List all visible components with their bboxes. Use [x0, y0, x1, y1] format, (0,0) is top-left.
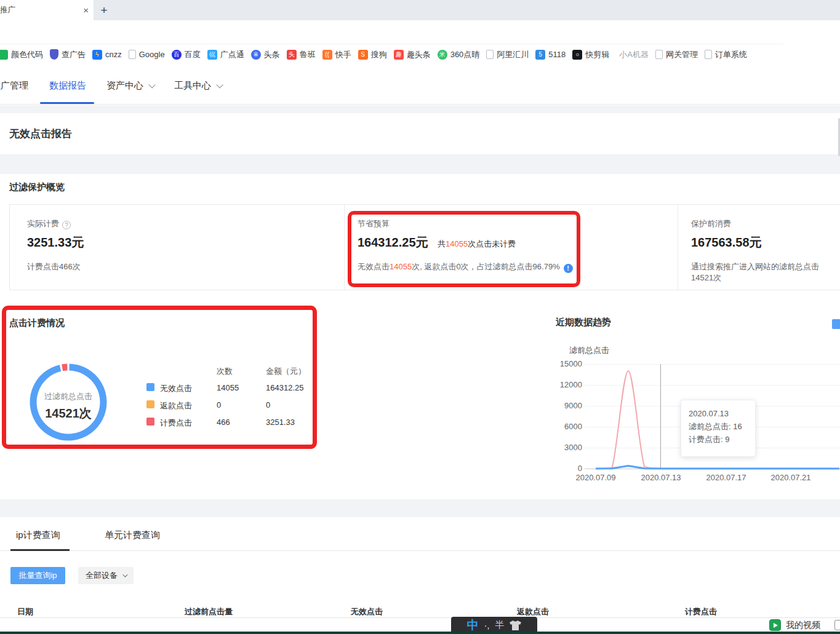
- bookmark-item[interactable]: Google: [129, 50, 165, 59]
- screen: 推广 × + 度 https://fengchao.baidu.com/fc/r…: [0, 0, 840, 634]
- bookmark-favicon-square: [0, 50, 8, 60]
- bookmark-item[interactable]: 百百度: [172, 49, 201, 60]
- query-tab-1[interactable]: 单元计费查询: [105, 529, 160, 541]
- legend-amount: 164312.25: [266, 383, 303, 392]
- legend-count: 0: [217, 400, 221, 410]
- chevron-down-icon: [122, 572, 127, 577]
- bookmark-item[interactable]: 阿里汇川: [486, 49, 529, 60]
- bookmark-label: 快手: [335, 49, 351, 60]
- new-tab-button[interactable]: +: [96, 2, 112, 18]
- bookmark-item[interactable]: 米360点睛: [438, 49, 480, 60]
- bookmark-item[interactable]: ※头条: [251, 49, 280, 60]
- table-header-border: [0, 617, 840, 618]
- legend-swatch-计费点击[interactable]: [146, 418, 154, 426]
- bookmark-favicon-square: ϟ: [92, 50, 102, 60]
- bookmark-item[interactable]: 小A机器: [616, 49, 649, 60]
- bookmark-favicon-page: [655, 50, 663, 59]
- bookmark-label: 头条: [264, 49, 280, 60]
- legend-swatch-无效点击[interactable]: [146, 383, 154, 391]
- page-title: 无效点击报告: [9, 127, 72, 141]
- ime-punctuation[interactable]: ·,: [484, 620, 490, 630]
- browser-tab[interactable]: 推广 ×: [0, 0, 94, 20]
- bookmark-favicon-square: S: [358, 50, 368, 60]
- bookmark-label: 360点睛: [450, 49, 480, 60]
- ime-skin-shirt-icon[interactable]: [510, 620, 521, 630]
- trend-section-title: 近期数据趋势: [556, 317, 611, 328]
- ime-mode-chinese[interactable]: 中: [467, 617, 479, 633]
- bookmark-item[interactable]: 55118: [535, 50, 566, 60]
- overview-section-title: 过滤保护概览: [9, 181, 65, 193]
- legend-label: 计费点击: [160, 418, 192, 429]
- x-tick-label: 2020.07.21: [763, 473, 818, 482]
- taskbar-corner-icon[interactable]: [834, 620, 840, 630]
- bookmark-item[interactable]: 颜色代码: [0, 49, 43, 60]
- title-section: 无效点击报告: [0, 113, 840, 154]
- legend-label: 无效点击: [160, 383, 192, 394]
- tooltip-line: 计费点击: 9: [689, 433, 748, 446]
- site-nav: 推广管理数据报告资产中心工具中心: [0, 65, 840, 105]
- bookmark-item[interactable]: ϟcnzz: [92, 50, 122, 60]
- bookmark-favicon-circle: 米: [438, 50, 447, 60]
- bookmark-item[interactable]: ○快剪辑: [572, 49, 609, 60]
- y-tick-label: 6000: [556, 422, 582, 431]
- bookmark-label: 颜色代码: [11, 49, 43, 60]
- y-tick-label: 9000: [556, 401, 582, 410]
- query-tab-0[interactable]: ip计费查询: [16, 529, 60, 541]
- bookmark-item[interactable]: 订单系统: [705, 49, 747, 60]
- bookmark-label: 广点通: [220, 49, 244, 60]
- bookmark-item[interactable]: 巛广点通: [207, 49, 244, 60]
- x-tick-label: 2020.07.13: [633, 473, 689, 482]
- bookmark-label: Google: [139, 50, 165, 59]
- bookmark-item[interactable]: 趣趣头条: [394, 49, 431, 60]
- tooltip-date: 2020.07.13: [689, 407, 748, 420]
- bookmark-label: 订单系统: [715, 49, 747, 60]
- nav-item-1[interactable]: 数据报告: [49, 80, 86, 92]
- device-filter-dropdown[interactable]: 全部设备: [78, 567, 134, 584]
- bookmark-label: 快剪辑: [585, 49, 609, 60]
- billing-section-title: 点击计费情况: [9, 317, 65, 329]
- my-video-label: 我的视频: [786, 620, 820, 631]
- bookmark-item[interactable]: S搜狗: [358, 49, 387, 60]
- bookmark-item[interactable]: 查广告: [50, 49, 86, 60]
- taskbar-top-edge: [0, 632, 840, 634]
- browser-tab-strip: 推广 × +: [0, 0, 840, 20]
- card-divider: [678, 205, 678, 290]
- card-pre-protect-title: 保护前消费: [691, 218, 731, 229]
- nav-active-underline: [40, 102, 94, 104]
- chevron-down-icon: [216, 81, 223, 88]
- bookmark-label: 阿里汇川: [497, 49, 529, 60]
- bookmark-favicon-page: [486, 50, 494, 59]
- nav-item-0[interactable]: 推广管理: [0, 80, 28, 92]
- legend-col-amount: 金额（元）: [266, 366, 306, 377]
- tab-close-icon[interactable]: ×: [83, 6, 89, 15]
- ime-status-bar[interactable]: 中 ·, 半: [451, 617, 537, 633]
- trend-tooltip: 2020.07.13 滤前总点击: 16 计费点击: 9: [681, 400, 756, 457]
- legend-amount: 0: [266, 400, 270, 410]
- bookmark-item[interactable]: 头鲁班: [287, 49, 316, 60]
- table-header-cell: 计费点击: [685, 606, 717, 617]
- tab-title: 推广: [0, 5, 83, 15]
- table-header-cell: 无效点击: [351, 606, 383, 617]
- nav-item-2[interactable]: 资产中心: [106, 80, 153, 92]
- batch-query-ip-button[interactable]: 批量查询ip: [10, 567, 65, 584]
- trend-legend-swatch[interactable]: [832, 319, 840, 329]
- table-header-cell: 过滤前点击量: [185, 606, 233, 617]
- bookmarks-bar: 颜色代码查广告ϟcnzzGoogle百百度巛广点通※头条头鲁班((快手S搜狗趣趣…: [0, 44, 840, 65]
- bookmark-favicon-square: 巛: [207, 50, 217, 60]
- legend-count: 14055: [217, 383, 239, 392]
- y-tick-label: 3000: [556, 443, 582, 452]
- bookmark-item[interactable]: ((快手: [322, 49, 351, 60]
- legend-amount: 3251.33: [266, 418, 295, 427]
- my-video-widget[interactable]: 我的视频: [769, 619, 820, 631]
- card-pre-protect-value: 167563.58元: [691, 234, 762, 251]
- bookmark-favicon-square: ○: [572, 50, 582, 60]
- legend-label: 返款点击: [160, 400, 192, 411]
- bookmark-favicon-circle: ※: [251, 50, 261, 60]
- nav-item-3[interactable]: 工具中心: [174, 80, 221, 92]
- bookmark-label: 百度: [185, 49, 201, 60]
- bookmark-item[interactable]: 网关管理: [655, 49, 698, 60]
- ime-halfwidth[interactable]: 半: [495, 619, 504, 631]
- card-actual-billing-desc: 计费点击466次: [27, 261, 81, 272]
- help-icon[interactable]: ?: [62, 221, 71, 229]
- legend-swatch-返款点击[interactable]: [146, 400, 154, 408]
